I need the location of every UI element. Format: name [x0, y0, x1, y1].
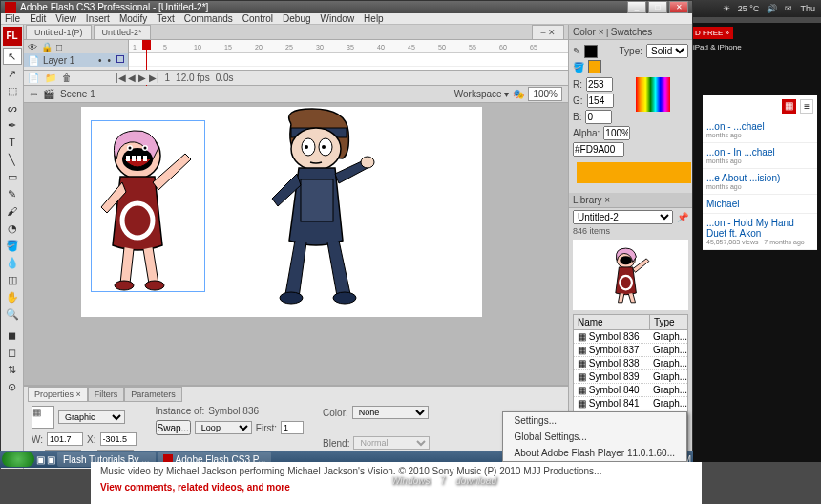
- g-input[interactable]: [587, 94, 614, 108]
- line-tool[interactable]: ╲: [3, 151, 22, 168]
- fill-color[interactable]: ◻: [3, 344, 22, 361]
- alpha-input[interactable]: [603, 126, 630, 140]
- menu-window[interactable]: Window: [321, 13, 355, 24]
- fill-swatch[interactable]: [588, 60, 601, 74]
- eye-icon[interactable]: 👁: [28, 42, 37, 52]
- selected-symbol[interactable]: [91, 120, 205, 292]
- lock-icon[interactable]: 🔒: [41, 42, 53, 52]
- r-input[interactable]: [586, 77, 613, 92]
- related-video[interactable]: Michael: [703, 195, 817, 214]
- context-settings[interactable]: Settings...: [503, 412, 686, 429]
- maximize-button[interactable]: □: [648, 1, 667, 13]
- library-tab[interactable]: Library ×: [573, 195, 610, 205]
- menu-modify[interactable]: Modify: [119, 13, 147, 24]
- first-frame-input[interactable]: [281, 421, 304, 434]
- eraser-tool[interactable]: ◫: [3, 271, 22, 288]
- delete-layer-icon[interactable]: 🗑: [62, 73, 72, 83]
- b-input[interactable]: [585, 110, 612, 124]
- color-picker[interactable]: [636, 77, 670, 112]
- library-item[interactable]: ▦ Symbol 836Graph...: [574, 330, 687, 344]
- stage[interactable]: [81, 107, 482, 317]
- frame-track[interactable]: [129, 53, 568, 67]
- hex-input[interactable]: [573, 142, 624, 157]
- quick-launch-icon[interactable]: ▣: [36, 454, 45, 465]
- titlebar[interactable]: Adobe Flash CS3 Professional - [Untitled…: [1, 1, 692, 13]
- subselection-tool[interactable]: ↗: [3, 65, 22, 82]
- menu-debug[interactable]: Debug: [283, 13, 310, 24]
- back-icon[interactable]: ⇦: [30, 89, 37, 99]
- free-transform-tool[interactable]: ⬚: [3, 82, 22, 99]
- fill-swatch-icon[interactable]: 🪣: [573, 62, 584, 73]
- loop-select[interactable]: Loop: [195, 421, 252, 434]
- new-folder-icon[interactable]: 📁: [45, 73, 56, 83]
- frame-ruler[interactable]: 15101520253035404550556065: [129, 40, 568, 53]
- tab-properties[interactable]: Properties ×: [28, 387, 88, 402]
- lasso-tool[interactable]: ᔕ: [3, 99, 22, 116]
- stroke-color[interactable]: ◼: [3, 326, 22, 344]
- related-video[interactable]: ...on - Hold My Hand Duet ft. Akon45,057…: [703, 214, 817, 250]
- grid-view-icon[interactable]: ▦: [782, 99, 796, 114]
- minimize-button[interactable]: _: [627, 1, 646, 13]
- stage-area[interactable]: [24, 103, 568, 385]
- type-column[interactable]: Type: [649, 315, 687, 329]
- pencil-tool[interactable]: ✎: [3, 185, 22, 202]
- menu-insert[interactable]: Insert: [86, 13, 110, 24]
- quick-launch-icon[interactable]: ▣: [47, 454, 55, 465]
- list-view-icon[interactable]: ≡: [800, 99, 813, 114]
- symbol-edit-icon[interactable]: 🎭: [513, 89, 524, 99]
- view-comments-link[interactable]: View comments, related videos, and more: [100, 482, 692, 493]
- pen-tool[interactable]: ✒: [3, 116, 22, 134]
- menu-edit[interactable]: Edit: [30, 13, 46, 24]
- doc-tab-1[interactable]: Untitled-1(P): [26, 25, 92, 39]
- zoom-dropdown[interactable]: 100%: [528, 87, 562, 101]
- new-layer-icon[interactable]: 📄: [28, 73, 39, 83]
- menu-commands[interactable]: Commands: [184, 13, 233, 24]
- library-item[interactable]: ▦ Symbol 840Graph...: [574, 384, 687, 397]
- fill-type-select[interactable]: Solid: [646, 44, 688, 58]
- character-2[interactable]: [243, 107, 387, 307]
- context-about[interactable]: About Adobe Flash Player 11.0.1.60...: [503, 445, 686, 461]
- library-item[interactable]: ▦ Symbol 839Graph...: [574, 370, 687, 384]
- tab-filters[interactable]: Filters: [88, 387, 125, 402]
- context-global-settings[interactable]: Global Settings...: [503, 429, 686, 445]
- swatches-tab[interactable]: Swatches: [611, 27, 652, 37]
- menu-control[interactable]: Control: [242, 13, 273, 24]
- instance-type-select[interactable]: Graphic: [58, 410, 125, 424]
- library-item[interactable]: ▦ Symbol 841Graph...: [574, 397, 687, 410]
- related-video[interactable]: ...on - In ...chaelmonths ago: [703, 143, 817, 169]
- blend-select[interactable]: Normal: [353, 436, 430, 450]
- color-tab[interactable]: Color ×: [573, 27, 604, 37]
- menu-view[interactable]: View: [55, 13, 76, 24]
- menu-help[interactable]: Help: [364, 13, 384, 24]
- swap-colors-icon[interactable]: ⇅: [3, 361, 22, 378]
- pin-icon[interactable]: 📌: [677, 212, 688, 222]
- panel-collapse-icon[interactable]: – ✕: [532, 25, 564, 39]
- zoom-tool[interactable]: 🔍: [3, 305, 22, 323]
- ink-bottle-tool[interactable]: ◔: [3, 220, 22, 237]
- start-button[interactable]: [2, 452, 34, 467]
- menu-file[interactable]: File: [5, 13, 20, 24]
- related-video[interactable]: ...e About ...ision)months ago: [703, 169, 817, 195]
- color-effect-select[interactable]: None: [352, 406, 429, 419]
- x-input[interactable]: [100, 432, 137, 446]
- doc-tab-2[interactable]: Untitled-2*: [94, 25, 151, 39]
- text-tool[interactable]: T: [3, 134, 22, 151]
- tab-parameters[interactable]: Parameters: [124, 387, 182, 402]
- name-column[interactable]: Name: [574, 315, 649, 329]
- related-video[interactable]: ...on - ...chaelmonths ago: [703, 117, 817, 143]
- eyedropper-tool[interactable]: 💧: [3, 254, 22, 271]
- hand-tool[interactable]: ✋: [3, 288, 22, 305]
- close-button[interactable]: ✕: [669, 1, 688, 13]
- brush-tool[interactable]: 🖌: [3, 202, 22, 220]
- scene-name[interactable]: Scene 1: [60, 89, 95, 99]
- selection-tool[interactable]: ↖: [3, 48, 22, 65]
- stroke-swatch[interactable]: [584, 45, 598, 58]
- library-item[interactable]: ▦ Symbol 837Graph...: [574, 344, 687, 357]
- menu-text[interactable]: Text: [157, 13, 174, 24]
- outline-icon[interactable]: □: [56, 42, 62, 52]
- library-item[interactable]: ▦ Symbol 838Graph...: [574, 357, 687, 370]
- free-button[interactable]: D FREE »: [691, 27, 733, 39]
- layer-row[interactable]: 📄 Layer 1 ••: [24, 53, 128, 67]
- swap-button[interactable]: Swap...: [156, 420, 191, 435]
- stroke-swatch-icon[interactable]: ✎: [573, 46, 580, 56]
